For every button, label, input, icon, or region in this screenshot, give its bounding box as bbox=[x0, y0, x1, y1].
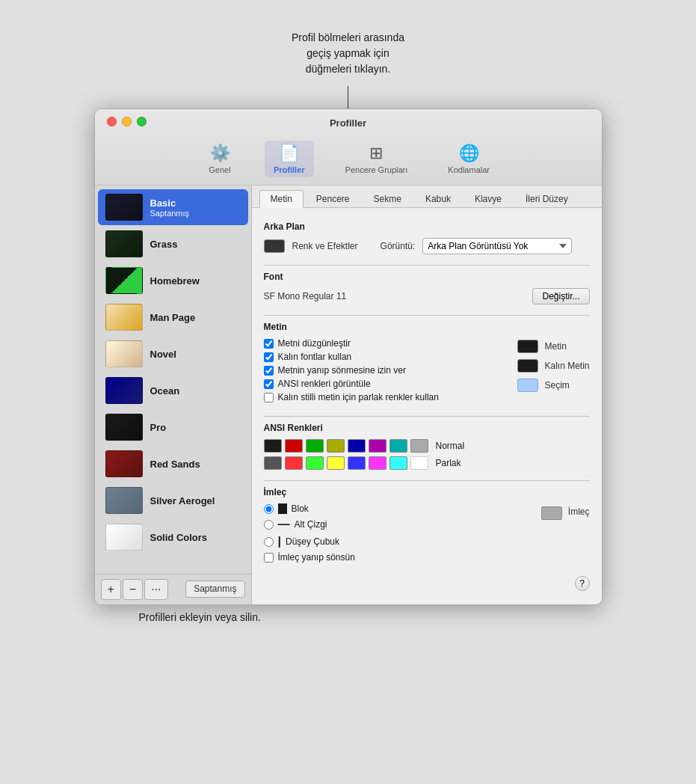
imleç-right: İmleç bbox=[541, 503, 590, 566]
ansi-grid: Normal Parlak bbox=[264, 439, 590, 470]
tab-metin[interactable]: Metin bbox=[259, 190, 304, 208]
ansi-normal-6[interactable] bbox=[389, 439, 407, 453]
sidebar-item-redsands[interactable]: Red Sands bbox=[98, 446, 248, 482]
kalin-metin-label: Kalın Metin bbox=[544, 361, 589, 371]
ansi-bright-7[interactable] bbox=[410, 456, 428, 470]
sidebar-item-novel[interactable]: Novel bbox=[98, 336, 248, 372]
font-section: Font SF Mono Regular 11 Değiştir... bbox=[264, 272, 590, 304]
ansi-normal-5[interactable] bbox=[369, 439, 387, 453]
blok-label: Blok bbox=[292, 503, 309, 514]
altcizgi-icon: — bbox=[278, 518, 290, 531]
label-ansi: ANSI renkleri görüntüle bbox=[278, 379, 371, 389]
sidebar-item-silveraerogel[interactable]: Silver Aerogel bbox=[98, 483, 248, 518]
tab-sekme[interactable]: Sekme bbox=[363, 190, 413, 207]
ansi-normal-7[interactable] bbox=[410, 439, 428, 453]
toolbar-item-kodlamalar[interactable]: 🌐 Kodlamalar bbox=[439, 141, 499, 177]
window-group-icon: ⊞ bbox=[369, 144, 383, 163]
kalin-metin-color-btn[interactable] bbox=[517, 359, 538, 373]
font-row: SF Mono Regular 11 Değiştir... bbox=[264, 288, 590, 304]
profile-thumb-ocean bbox=[105, 377, 143, 404]
tab-kabuk[interactable]: Kabuk bbox=[414, 190, 462, 207]
ansi-bright-6[interactable] bbox=[389, 456, 407, 470]
sidebar-item-manpage[interactable]: Man Page bbox=[98, 299, 248, 335]
profile-name-silveraerogel: Silver Aerogel bbox=[150, 495, 215, 506]
ansi-normal-0[interactable] bbox=[264, 439, 282, 453]
arkaplan-color-btn[interactable] bbox=[264, 239, 285, 253]
content-area: BasicSaptanmışGrassHomebrewMan PageNovel… bbox=[95, 186, 602, 604]
ansi-bright-3[interactable] bbox=[327, 456, 345, 470]
radio-altcizgi[interactable] bbox=[264, 520, 274, 530]
ansi-section: ANSI Renkleri Normal bbox=[264, 423, 590, 470]
metin-right: Metin Kalın Metin Seçim bbox=[517, 338, 589, 405]
toolbar-item-profiller[interactable]: 📄 Profiller bbox=[265, 141, 314, 177]
font-value: SF Mono Regular 11 bbox=[264, 291, 347, 301]
metin-color-btn[interactable] bbox=[517, 340, 538, 353]
tab-ileri-duzey[interactable]: İleri Düzey bbox=[514, 190, 579, 207]
help-button[interactable]: ? bbox=[575, 576, 590, 591]
ansi-bright-label: Parlak bbox=[436, 458, 461, 468]
toolbar-item-genel[interactable]: ⚙️ Genel bbox=[197, 141, 242, 177]
metin-section: Metin Metni düzgünleştir Kalın fontlar k… bbox=[264, 322, 590, 405]
toolbar-item-pencere-gruplari[interactable]: ⊞ Pencere Grupları bbox=[336, 141, 417, 177]
checkbox-imleç-blink[interactable] bbox=[264, 553, 274, 563]
kalin-metin-color-row: Kalın Metin bbox=[517, 359, 589, 373]
ansi-bright-1[interactable] bbox=[285, 456, 303, 470]
sidebar-item-grass[interactable]: Grass bbox=[98, 226, 248, 262]
duseyçubuk-icon: | bbox=[278, 535, 281, 548]
checkbox-ansi[interactable] bbox=[264, 379, 274, 389]
ansi-normal-label: Normal bbox=[436, 441, 465, 451]
maximize-button[interactable] bbox=[137, 117, 147, 126]
radio-duseyçubuk[interactable] bbox=[264, 537, 274, 547]
sidebar-item-ocean[interactable]: Ocean bbox=[98, 373, 248, 408]
radio-blok[interactable] bbox=[264, 504, 274, 514]
profile-sub-basic: Saptanmış bbox=[150, 209, 190, 218]
tab-bar: Metin Pencere Sekme Kabuk Klavye İleri D… bbox=[252, 186, 602, 208]
sidebar-item-solidcolors[interactable]: Solid Colors bbox=[98, 519, 248, 555]
ansi-normal-2[interactable] bbox=[306, 439, 324, 453]
font-change-button[interactable]: Değiştir... bbox=[532, 288, 589, 304]
gear-icon: ⚙️ bbox=[210, 144, 230, 163]
metin-left: Metni düzgünleştir Kalın fontlar kullan … bbox=[264, 338, 503, 405]
goruntu-dropdown[interactable]: Arka Plan Görüntüsü Yok bbox=[422, 238, 572, 254]
ansi-normal-4[interactable] bbox=[348, 439, 366, 453]
ansi-normal-3[interactable] bbox=[327, 439, 345, 453]
remove-profile-button[interactable]: − bbox=[123, 579, 143, 600]
renk-efektler-label[interactable]: Renk ve Efektler bbox=[292, 241, 358, 251]
sidebar-item-pro[interactable]: Pro bbox=[98, 409, 248, 445]
ansi-bright-5[interactable] bbox=[369, 456, 387, 470]
ansi-title: ANSI Renkleri bbox=[264, 423, 590, 433]
profile-name-pro: Pro bbox=[150, 422, 167, 433]
ansi-bright-0[interactable] bbox=[264, 456, 282, 470]
arkaplan-section: Arka Plan Renk ve Efektler Görüntü: Arka… bbox=[264, 221, 590, 254]
sidebar-item-homebrew[interactable]: Homebrew bbox=[98, 263, 248, 298]
annotation-top: Profil bölmeleri arasında geçiş yapmak i… bbox=[292, 30, 404, 77]
annotation-bottom: Profilleri ekleyin veya silin. bbox=[94, 611, 603, 623]
goruntu-label: Görüntü: bbox=[381, 241, 416, 251]
imleç-color-btn[interactable] bbox=[541, 506, 562, 520]
ansi-normal-1[interactable] bbox=[285, 439, 303, 453]
ansi-bright-4[interactable] bbox=[348, 456, 366, 470]
checkbox-yanip-sonme[interactable] bbox=[264, 366, 274, 376]
toolbar-label-profiller: Profiller bbox=[274, 165, 305, 174]
more-options-button[interactable]: ··· bbox=[144, 579, 167, 600]
sidebar-item-basic[interactable]: BasicSaptanmış bbox=[98, 189, 248, 225]
secim-color-btn[interactable] bbox=[517, 379, 538, 392]
close-button[interactable] bbox=[107, 117, 117, 126]
tab-klavye[interactable]: Klavye bbox=[464, 190, 513, 207]
checkbox-kalin-font[interactable] bbox=[264, 352, 274, 362]
checkbox-parlak[interactable] bbox=[264, 393, 274, 402]
encoding-icon: 🌐 bbox=[459, 144, 479, 163]
tab-pencere[interactable]: Pencere bbox=[305, 190, 361, 207]
sidebar-bottom: + − ··· Saptanmış bbox=[95, 574, 251, 604]
profile-thumb-redsands bbox=[105, 450, 143, 477]
metin-content: Metni düzgünleştir Kalın fontlar kullan … bbox=[264, 338, 590, 405]
set-default-button[interactable]: Saptanmış bbox=[185, 581, 244, 598]
minimize-button[interactable] bbox=[122, 117, 132, 126]
ansi-bright-2[interactable] bbox=[306, 456, 324, 470]
imleç-title: İmleç bbox=[264, 487, 590, 497]
profile-name-manpage: Man Page bbox=[150, 312, 196, 323]
checkbox-duzgunlestir[interactable] bbox=[264, 339, 274, 349]
add-profile-button[interactable]: + bbox=[101, 579, 121, 600]
metin-title: Metin bbox=[264, 322, 590, 332]
profile-name-grass: Grass bbox=[150, 239, 178, 250]
